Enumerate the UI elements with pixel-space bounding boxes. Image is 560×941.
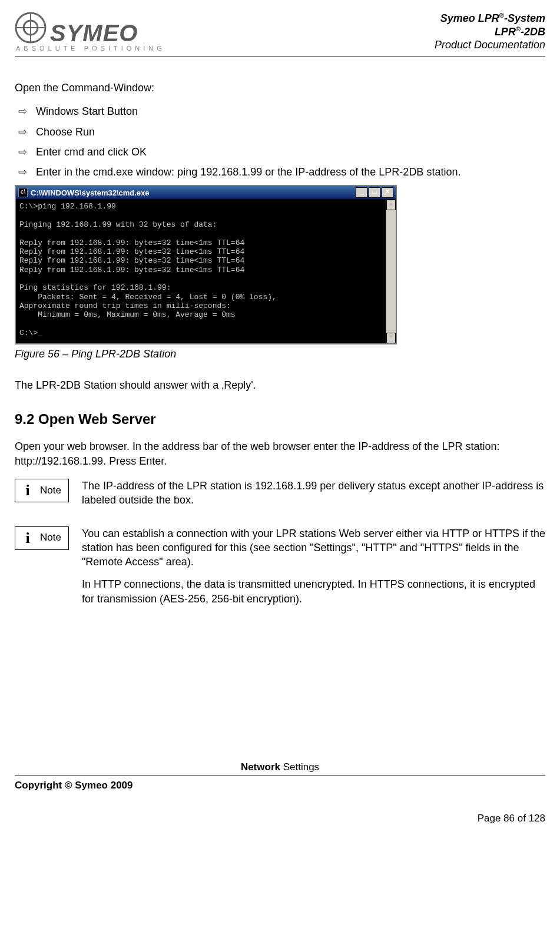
cmd-output: C:\>ping 192.168.1.99 Pinging 192.168.1.… — [19, 202, 277, 337]
arrow-icon: ⇨ — [18, 125, 29, 139]
page-content: Open the Command-Window: ⇨ Windows Start… — [15, 81, 545, 614]
logo-block: SYMEO ABSOLUTE POSITIONING — [15, 12, 165, 52]
bullet-text: Enter in the cmd.exe window: ping 192.16… — [36, 165, 460, 179]
doc-title: Symeo LPR®-System LPR®-2DB Product Docum… — [435, 12, 545, 52]
note-block: i Note The IP-address of the LPR station… — [15, 479, 545, 516]
info-icon: i — [22, 480, 33, 501]
footer-page-number: Page 86 of 128 — [15, 813, 545, 824]
arrow-icon: ⇨ — [18, 165, 29, 179]
reply-para: The LPR-2DB Station should answer with a… — [15, 378, 545, 392]
title-line3: Product Documentation — [435, 38, 545, 52]
cmd-app-icon: c\ — [18, 188, 28, 197]
logo-tagline: ABSOLUTE POSITIONING — [16, 45, 165, 52]
figure-caption: Figure 56 – Ping LPR-2DB Station — [15, 347, 545, 361]
note-para: The IP-address of the LPR station is 192… — [82, 479, 545, 508]
section-para: Open your web browser. In the address ba… — [15, 439, 545, 468]
note-block: i Note You can establish a connection wi… — [15, 526, 545, 614]
intro-para: Open the Command-Window: — [15, 81, 545, 95]
title-line2-sup: ® — [516, 25, 521, 32]
note-label: Note — [40, 484, 61, 498]
note-text: You can establish a connection with your… — [82, 526, 545, 614]
title-line2-post: -2DB — [521, 26, 545, 38]
cmd-body: C:\>ping 192.168.1.99 Pinging 192.168.1.… — [16, 200, 396, 343]
logo-text: SYMEO — [50, 22, 138, 44]
note-label: Note — [40, 531, 61, 545]
cmd-title: C:\WINDOWS\system32\cmd.exe — [31, 188, 150, 198]
scroll-down-icon[interactable]: ▼ — [386, 333, 396, 343]
bullet-item: ⇨ Choose Run — [18, 125, 545, 139]
note-text: The IP-address of the LPR station is 192… — [82, 479, 545, 516]
logo-icon — [15, 12, 47, 44]
cmd-titlebar: c\ C:\WINDOWS\system32\cmd.exe _ □ × — [16, 186, 396, 200]
title-line1-sup: ® — [499, 12, 504, 19]
footer-section: Network Settings — [15, 761, 545, 776]
cmd-scrollbar[interactable]: ▲▼ — [386, 200, 396, 343]
bullet-text: Enter cmd and click OK — [36, 145, 147, 159]
bullet-text: Windows Start Button — [36, 104, 138, 118]
title-line1-post: -System — [504, 12, 545, 24]
close-button[interactable]: × — [382, 187, 393, 198]
footer-section-rest: Settings — [280, 761, 319, 773]
footer-copyright: Copyright © Symeo 2009 — [15, 780, 545, 791]
scroll-up-icon[interactable]: ▲ — [386, 200, 396, 210]
arrow-icon: ⇨ — [18, 104, 29, 118]
note-para: In HTTP connections, the data is transmi… — [82, 577, 545, 606]
footer-section-bold: Network — [241, 761, 280, 773]
bullet-item: ⇨ Enter in the cmd.exe window: ping 192.… — [18, 165, 545, 179]
note-para: You can establish a connection with your… — [82, 526, 545, 569]
section-heading: 9.2 Open Web Server — [15, 410, 545, 429]
maximize-button[interactable]: □ — [369, 187, 380, 198]
window-controls: _ □ × — [356, 187, 393, 198]
bullet-list: ⇨ Windows Start Button ⇨ Choose Run ⇨ En… — [18, 104, 545, 179]
note-badge: i Note — [15, 526, 69, 550]
bullet-text: Choose Run — [36, 125, 95, 139]
minimize-button[interactable]: _ — [356, 187, 367, 198]
note-badge: i Note — [15, 479, 69, 502]
page-footer: Network Settings Copyright © Symeo 2009 … — [15, 761, 545, 824]
info-icon: i — [22, 528, 33, 548]
cmd-window: c\ C:\WINDOWS\system32\cmd.exe _ □ × C:\… — [15, 185, 397, 344]
title-line2-pre: LPR — [495, 26, 516, 38]
bullet-item: ⇨ Windows Start Button — [18, 104, 545, 118]
title-line1-pre: Symeo LPR — [440, 12, 499, 24]
bullet-item: ⇨ Enter cmd and click OK — [18, 145, 545, 159]
arrow-icon: ⇨ — [18, 145, 29, 159]
page-header: SYMEO ABSOLUTE POSITIONING Symeo LPR®-Sy… — [15, 12, 545, 57]
